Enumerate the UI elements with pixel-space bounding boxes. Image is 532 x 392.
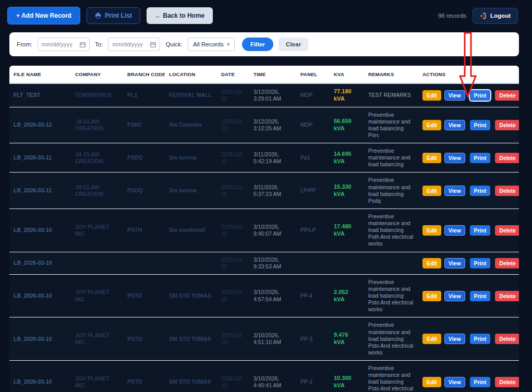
delete-button[interactable]: Delete bbox=[495, 258, 519, 268]
print-button[interactable]: Print bbox=[470, 258, 491, 268]
delete-button[interactable]: Delete bbox=[495, 186, 519, 196]
company-cell: JA CLAW CREATION bbox=[71, 173, 123, 209]
location-cell: SM STO TOMAS bbox=[165, 317, 217, 361]
table-row: LB_2026-03-10 JOY PLANET INC PSTH Sm sou… bbox=[9, 209, 519, 252]
location-cell: Sm lucena bbox=[165, 143, 217, 173]
view-button[interactable]: View bbox=[444, 334, 465, 344]
location-cell: Sm Calamba bbox=[165, 107, 217, 143]
kva-value: 14.695 bbox=[334, 151, 352, 157]
delete-button[interactable]: Delete bbox=[495, 90, 519, 101]
print-list-button[interactable]: Print List bbox=[87, 7, 140, 24]
print-button[interactable]: Print bbox=[470, 120, 491, 130]
quick-filter-select[interactable]: All Records ▾ bbox=[188, 38, 235, 51]
actions-cell: EditView Print Delete bbox=[418, 83, 519, 107]
panel-cell: PP-3 bbox=[296, 317, 330, 361]
kva-value: 56.659 bbox=[334, 118, 352, 124]
kva-unit: kVA bbox=[334, 158, 345, 164]
file-name-cell[interactable]: LB_2026-03-10 bbox=[9, 274, 71, 317]
add-new-record-button[interactable]: + Add New Record bbox=[7, 7, 80, 24]
edit-button[interactable]: Edit bbox=[422, 186, 441, 196]
edit-button[interactable]: Edit bbox=[422, 334, 441, 344]
print-button[interactable]: Print bbox=[470, 186, 491, 196]
file-name-cell[interactable]: LB_2026-03-10 bbox=[9, 252, 71, 274]
delete-button[interactable]: Delete bbox=[495, 153, 519, 163]
to-date-input[interactable]: mm/dd/yyyy bbox=[108, 38, 160, 51]
edit-button[interactable]: Edit bbox=[422, 225, 441, 236]
print-button[interactable]: Print bbox=[470, 334, 491, 344]
file-name-cell[interactable]: LB_2026-03-11 bbox=[9, 173, 71, 209]
delete-button[interactable]: Delete bbox=[495, 120, 519, 130]
company-cell: JA CLAW CREATION bbox=[71, 143, 123, 173]
kva-value: 9.476 bbox=[334, 332, 348, 338]
print-button[interactable]: Print bbox=[470, 225, 491, 236]
logout-button[interactable]: Logout bbox=[473, 8, 518, 24]
view-button[interactable]: View bbox=[444, 90, 465, 101]
file-name-cell[interactable]: LB_2026-03-10 bbox=[9, 361, 71, 392]
time-cell: 3/10/2026, 4:57:54 AM bbox=[249, 274, 296, 317]
logout-icon bbox=[480, 13, 487, 19]
kva-unit: kVA bbox=[334, 339, 345, 345]
column-header-time: TIME bbox=[249, 66, 296, 83]
records-table-wrap: FILE NAMECOMPANYBRANCH CODELOCATIONDATET… bbox=[9, 66, 519, 392]
panel-cell: PP/LP bbox=[296, 209, 330, 252]
view-button[interactable]: View bbox=[444, 377, 465, 387]
time-cell: 3/12/2026, 3:12:25 AM bbox=[249, 107, 296, 143]
kva-unit: kVA bbox=[334, 296, 345, 302]
column-header-company: COMPANY bbox=[71, 66, 123, 83]
edit-button[interactable]: Edit bbox=[422, 291, 441, 301]
file-name-cell[interactable]: LB_2026-03-10 bbox=[9, 209, 71, 252]
kva-cell: 2.052kVA bbox=[330, 274, 364, 317]
remarks-cell: Preventive maintenance and load balancin… bbox=[364, 274, 418, 317]
kva-value: 77.180 bbox=[334, 88, 352, 94]
edit-button[interactable]: Edit bbox=[422, 120, 441, 130]
back-to-home-button[interactable]: ← Back to Home bbox=[147, 7, 213, 24]
location-cell: Sm lucena bbox=[165, 173, 217, 209]
file-name-cell[interactable]: LB_2026-03-11 bbox=[9, 143, 71, 173]
table-row: LB_2026-03-10 2026-03-10 3/10/2026, 9:33… bbox=[9, 252, 519, 274]
from-date-input[interactable]: mm/dd/yyyy bbox=[38, 38, 90, 51]
filter-button[interactable]: Filter bbox=[242, 38, 273, 51]
date-cell: 2026-03-11 bbox=[217, 173, 249, 209]
view-button[interactable]: View bbox=[444, 258, 465, 268]
print-button[interactable]: Print bbox=[470, 377, 491, 387]
kva-cell: 15.330kVA bbox=[330, 173, 364, 209]
chevron-down-icon: ▾ bbox=[227, 42, 229, 47]
print-button[interactable]: Print bbox=[470, 90, 491, 101]
time-cell: 3/11/2026, 5:37:23 AM bbox=[249, 173, 296, 209]
date-cell: 2026-03-11 bbox=[217, 143, 249, 173]
print-button[interactable]: Print bbox=[470, 291, 491, 301]
delete-button[interactable]: Delete bbox=[495, 334, 519, 344]
location-cell: SM STO TOMAS bbox=[165, 361, 217, 392]
delete-button[interactable]: Delete bbox=[495, 291, 519, 301]
edit-button[interactable]: Edit bbox=[422, 153, 441, 163]
view-button[interactable]: View bbox=[444, 225, 465, 236]
kva-unit: kVA bbox=[334, 125, 345, 131]
delete-button[interactable]: Delete bbox=[495, 377, 519, 387]
view-button[interactable]: View bbox=[444, 120, 465, 130]
table-header-row: FILE NAMECOMPANYBRANCH CODELOCATIONDATET… bbox=[9, 66, 519, 83]
clear-button[interactable]: Clear bbox=[279, 38, 308, 51]
table-row: LB_2026-03-10 JOY PLANET INC PSTO SM STO… bbox=[9, 317, 519, 361]
file-name-cell[interactable]: LB_2026-03-10 bbox=[9, 317, 71, 361]
file-name-cell[interactable]: FLT_TEST bbox=[9, 83, 71, 107]
edit-button[interactable]: Edit bbox=[422, 258, 441, 268]
column-header-date: DATE bbox=[217, 66, 249, 83]
panel-cell: MDP bbox=[296, 83, 330, 107]
view-button[interactable]: View bbox=[444, 153, 465, 163]
date-cell: 2026-03-10 bbox=[217, 317, 249, 361]
company-cell bbox=[71, 252, 123, 274]
column-header-file-name: FILE NAME bbox=[9, 66, 71, 83]
actions-cell: EditView Print Delete bbox=[418, 209, 519, 252]
actions-cell: EditView Print Delete bbox=[418, 143, 519, 173]
view-button[interactable]: View bbox=[444, 186, 465, 196]
logout-label: Logout bbox=[490, 13, 511, 19]
delete-button[interactable]: Delete bbox=[495, 225, 519, 236]
file-name-cell[interactable]: LB_2026-03-12 bbox=[9, 107, 71, 143]
printer-icon bbox=[95, 13, 101, 19]
print-button[interactable]: Print bbox=[470, 153, 491, 163]
edit-button[interactable]: Edit bbox=[422, 90, 441, 101]
edit-button[interactable]: Edit bbox=[422, 377, 441, 387]
time-cell: 3/12/2026, 3:29:01 AM bbox=[249, 83, 296, 107]
date-cell: 2026-03-10 bbox=[217, 209, 249, 252]
view-button[interactable]: View bbox=[444, 291, 465, 301]
